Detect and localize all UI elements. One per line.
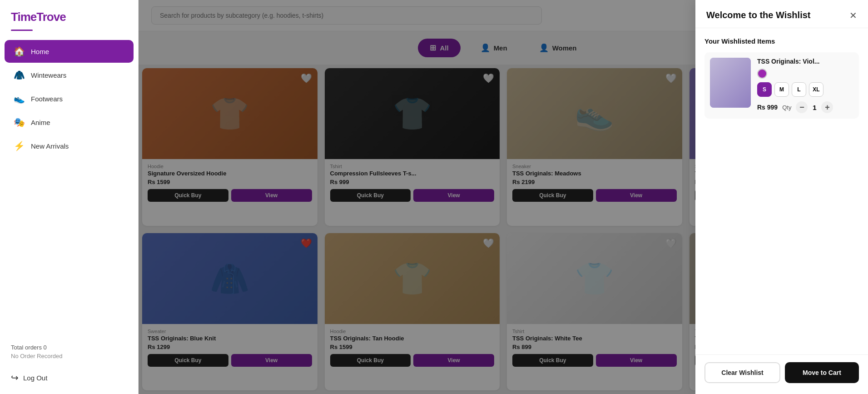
modal-close-button[interactable]: ✕: [849, 11, 857, 20]
wishlist-item: TSS Originals: Viol... S M L XL Rs 999 Q…: [704, 52, 859, 119]
size-btn-s[interactable]: S: [757, 82, 772, 97]
qty-increase-button[interactable]: +: [821, 101, 833, 113]
wishlist-section-title: Your Wishlisted Items: [704, 37, 859, 45]
anime-icon: 🎭: [14, 117, 25, 128]
total-orders: Total orders 0: [11, 344, 127, 351]
color-swatch: [757, 69, 767, 79]
logo-underline: [11, 30, 33, 31]
modal-title: Welcome to the Wishlist: [706, 10, 810, 20]
sidebar-item-anime-label: Anime: [31, 119, 50, 126]
sidebar-item-home-label: Home: [31, 48, 49, 55]
sidebar: TimeTrove 🏠 Home 🧥 Wintewears 👟 Footwear…: [0, 0, 139, 394]
logo-text2: Trove: [36, 10, 65, 24]
sidebar-item-anime[interactable]: 🎭 Anime: [5, 111, 134, 134]
qty-row: Rs 999 Qty − 1 +: [757, 101, 853, 113]
move-to-cart-button[interactable]: Move to Cart: [785, 362, 859, 383]
modal-actions: Clear Wishlist Move to Cart: [695, 354, 868, 394]
qty-label: Qty: [782, 104, 791, 111]
qty-decrease-button[interactable]: −: [796, 101, 808, 113]
size-btn-m[interactable]: M: [774, 82, 789, 97]
sidebar-item-footwears[interactable]: 👟 Footwears: [5, 87, 134, 110]
clear-wishlist-button[interactable]: Clear Wishlist: [704, 362, 780, 383]
qty-controls: − 1 +: [796, 101, 833, 113]
wishlist-modal: Welcome to the Wishlist ✕ Your Wishliste…: [695, 0, 868, 394]
wishlist-item-image: [710, 58, 751, 108]
sidebar-nav: 🏠 Home 🧥 Wintewears 👟 Footwears 🎭 Anime …: [0, 39, 138, 158]
sidebar-item-wintewears-label: Wintewears: [31, 71, 66, 79]
logo-text1: Time: [11, 10, 36, 24]
sidebar-item-new-arrivals-label: New Arrivals: [31, 142, 69, 150]
new-arrivals-icon: ⚡: [14, 140, 25, 151]
qty-value: 1: [811, 104, 818, 111]
home-icon: 🏠: [14, 46, 25, 57]
wishlist-item-name: TSS Originals: Viol...: [757, 58, 853, 65]
sidebar-bottom: Total orders 0 No Order Recorded ↪ Log O…: [0, 336, 138, 394]
wishlist-item-price: Rs 999: [757, 104, 778, 111]
size-options: S M L XL: [757, 82, 853, 97]
sidebar-item-new-arrivals[interactable]: ⚡ New Arrivals: [5, 135, 134, 157]
modal-header: Welcome to the Wishlist ✕: [695, 0, 868, 28]
sidebar-item-home[interactable]: 🏠 Home: [5, 40, 134, 63]
logout-icon: ↪: [11, 372, 19, 383]
main-content: ⊞ All 👤 Men 👤 Women 👕 🤍 Hoodie Signature…: [139, 0, 868, 394]
sidebar-item-footwears-label: Footwears: [31, 95, 63, 103]
size-btn-xl[interactable]: XL: [809, 82, 823, 97]
footwears-icon: 👟: [14, 93, 25, 104]
logout-button[interactable]: ↪ Log Out: [11, 372, 127, 383]
wishlist-item-details: TSS Originals: Viol... S M L XL Rs 999 Q…: [757, 58, 853, 113]
sidebar-item-wintewears[interactable]: 🧥 Wintewears: [5, 64, 134, 86]
wintewears-icon: 🧥: [14, 70, 25, 80]
logout-label: Log Out: [23, 374, 47, 382]
no-order-text: No Order Recorded: [11, 353, 127, 359]
size-btn-l[interactable]: L: [792, 82, 806, 97]
logo: TimeTrove: [0, 0, 138, 29]
modal-body: Your Wishlisted Items TSS Originals: Vio…: [695, 28, 868, 354]
wishlist-item-img-inner: [710, 58, 751, 108]
